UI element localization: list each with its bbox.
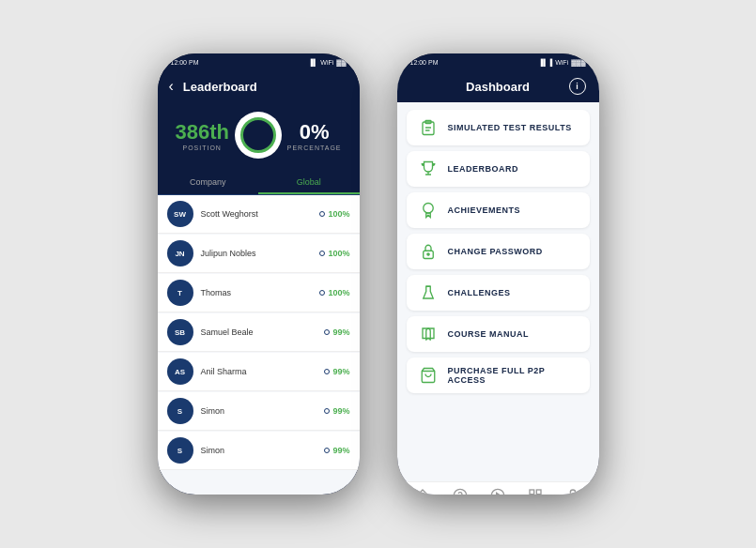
list-item: SW Scott Weghorst 100%	[158, 195, 360, 234]
leaderboard-circle	[235, 112, 282, 159]
clipboard-icon	[418, 117, 439, 138]
leaderboard-screen: ‹ Leaderboard 386th POSITION 0% PERCENTA…	[158, 70, 360, 495]
avatar: SW	[167, 201, 193, 227]
player-name: Simon	[201, 406, 325, 416]
score: 99%	[324, 406, 349, 416]
leaderboard-tabs: Company Global	[158, 172, 360, 195]
dashboard-menu: SIMULATED TEST RESULTS LEADERBOARD	[397, 102, 599, 481]
menu-label-simulated-test: SIMULATED TEST RESULTS	[448, 123, 572, 132]
dashboard-title: Dashboard	[466, 80, 530, 94]
status-icons-right: ▐▌▐ WiFi ▓▓▓	[538, 59, 585, 66]
tab-company[interactable]: Company	[158, 172, 259, 194]
position-stat: 386th POSITION	[175, 120, 228, 151]
menu-item-achievements[interactable]: ACHIEVEMENTS	[407, 192, 590, 228]
menu-label-change-password: CHANGE PASSWORD	[448, 247, 543, 256]
grid-nav-icon[interactable]	[528, 488, 543, 495]
flask-icon	[418, 282, 439, 303]
award-icon	[418, 200, 439, 221]
right-phone: 12:00 PM ▐▌▐ WiFi ▓▓▓ Dashboard i	[397, 53, 599, 495]
leaderboard-header: ‹ Leaderboard	[158, 70, 360, 102]
position-label: POSITION	[175, 145, 228, 151]
bottom-navigation	[397, 481, 599, 495]
list-item: AS Anil Sharma 99%	[158, 353, 360, 391]
percentage-label: PERCENTAGE	[287, 145, 342, 151]
avatar: S	[167, 398, 193, 424]
avatar: S	[167, 437, 193, 464]
list-item: S Simon 99%	[158, 392, 360, 431]
score: 100%	[319, 288, 349, 297]
book-icon	[418, 324, 439, 344]
percentage-stat: 0% PERCENTAGE	[287, 120, 342, 151]
avatar: JN	[167, 240, 193, 266]
player-name: Julipun Nobles	[201, 249, 320, 258]
score: 100%	[319, 209, 349, 219]
score: 99%	[324, 367, 349, 376]
user-nav-icon[interactable]	[565, 488, 580, 495]
cart-icon	[418, 365, 439, 386]
position-value: 386th	[175, 120, 228, 145]
leaderboard-stats: 386th POSITION 0% PERCENTAGE	[158, 102, 360, 172]
avatar: AS	[167, 358, 193, 385]
leaderboard-title: Leaderboard	[183, 80, 257, 94]
menu-label-purchase: PURCHASE FULL P2P ACCESS	[448, 366, 579, 385]
info-icon[interactable]: i	[569, 78, 586, 95]
status-bar-left: 12:00 PM ▐▌ WiFi ▓▓	[158, 53, 360, 70]
svg-point-8	[426, 253, 428, 255]
menu-label-course-manual: COURSE MANUAL	[448, 329, 530, 339]
list-item: JN Julipun Nobles 100%	[158, 235, 360, 273]
time-left: 12:00 PM	[171, 59, 199, 66]
list-item: S Simon 99%	[158, 432, 360, 470]
menu-item-leaderboard[interactable]: LEADERBOARD	[407, 151, 590, 187]
player-name: Simon	[201, 446, 325, 455]
player-name: Samuel Beale	[201, 327, 325, 337]
leaderboard-list: SW Scott Weghorst 100% JN Julipun Nobles…	[158, 195, 360, 495]
home-nav-icon[interactable]	[415, 488, 430, 495]
menu-label-leaderboard: LEADERBOARD	[448, 164, 519, 174]
menu-item-purchase[interactable]: PURCHASE FULL P2P ACCESS	[407, 358, 590, 393]
menu-item-course-manual[interactable]: COURSE MANUAL	[407, 316, 590, 352]
tab-global[interactable]: Global	[258, 172, 360, 194]
avatar: T	[167, 280, 193, 306]
lock-icon	[418, 241, 439, 262]
percentage-value: 0%	[287, 120, 342, 145]
menu-label-achievements: ACHIEVEMENTS	[448, 206, 521, 215]
menu-item-change-password[interactable]: CHANGE PASSWORD	[407, 234, 590, 269]
avatar: SB	[167, 319, 193, 345]
menu-label-challenges: CHALLENGES	[448, 288, 511, 297]
menu-item-simulated-test[interactable]: SIMULATED TEST RESULTS	[407, 110, 590, 145]
score: 99%	[324, 327, 349, 337]
dashboard-header: Dashboard i	[397, 70, 599, 102]
player-name: Anil Sharma	[201, 367, 325, 376]
list-item: SB Samuel Beale 99%	[158, 313, 360, 352]
dashboard-screen: Dashboard i SIMULATED TEST RESULTS	[397, 70, 599, 495]
status-icons-left: ▐▌ WiFi ▓▓	[308, 59, 346, 66]
svg-rect-15	[530, 490, 534, 495]
left-phone: 12:00 PM ▐▌ WiFi ▓▓ ‹ Leaderboard 386th …	[158, 53, 360, 495]
trophy-icon	[418, 159, 439, 179]
help-nav-icon[interactable]	[453, 488, 468, 495]
list-item: T Thomas 100%	[158, 274, 360, 312]
svg-rect-16	[536, 490, 541, 495]
svg-point-6	[423, 204, 433, 214]
back-button[interactable]: ‹	[169, 78, 174, 95]
status-bar-right: 12:00 PM ▐▌▐ WiFi ▓▓▓	[397, 53, 599, 70]
score: 100%	[319, 249, 349, 258]
svg-marker-14	[497, 493, 501, 495]
player-name: Thomas	[201, 288, 320, 297]
player-name: Scott Weghorst	[201, 209, 320, 219]
circle-inner	[240, 117, 276, 153]
svg-point-19	[570, 490, 575, 495]
score: 99%	[324, 446, 349, 455]
time-right: 12:00 PM	[410, 59, 439, 66]
menu-item-challenges[interactable]: CHALLENGES	[407, 275, 590, 311]
play-nav-icon[interactable]	[490, 488, 505, 495]
